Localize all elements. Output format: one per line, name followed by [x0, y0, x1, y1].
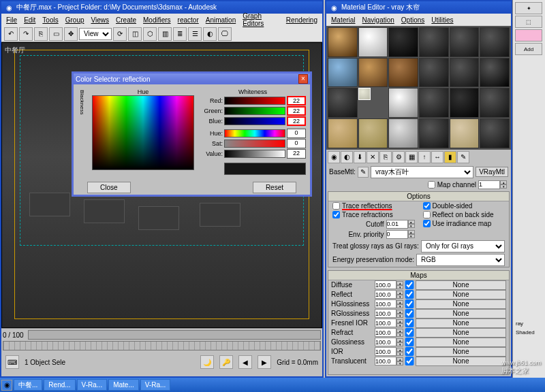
map-amount[interactable] [375, 357, 396, 365]
map-amount[interactable] [375, 328, 396, 337]
show-map-button[interactable]: ▦ [405, 151, 418, 163]
options-header[interactable]: Options [328, 192, 509, 201]
material-slot[interactable] [450, 58, 480, 88]
redo-button[interactable]: ↷ [19, 27, 33, 41]
hue-slider[interactable] [224, 129, 285, 137]
mirror-button[interactable]: ▥ [158, 27, 172, 41]
spin-down[interactable]: ▾ [396, 285, 403, 289]
material-slot[interactable] [450, 88, 480, 118]
create-tab[interactable]: ✦ [515, 2, 542, 14]
map-amount[interactable] [375, 318, 396, 327]
material-slot[interactable] [419, 58, 449, 88]
sat-value[interactable]: 0 [287, 139, 306, 148]
next-key-button[interactable]: ▶ [258, 355, 271, 369]
taskbar-item[interactable]: V-Ra... [140, 379, 171, 391]
options-button[interactable]: ⚙ [392, 151, 405, 163]
material-slot[interactable] [450, 27, 480, 57]
material-slot[interactable] [388, 27, 418, 57]
hue-gradient[interactable] [92, 95, 194, 170]
map-amount[interactable] [375, 299, 396, 308]
menu-group[interactable]: Group [62, 16, 88, 24]
menu-reactor[interactable]: reactor [174, 16, 202, 24]
map-enable-checkbox[interactable] [405, 328, 414, 337]
map-amount[interactable] [375, 290, 396, 299]
time-slider[interactable] [28, 330, 321, 340]
material-slot[interactable] [480, 88, 510, 118]
menu-navigation[interactable]: Navigation [359, 16, 398, 24]
get-material-button[interactable]: ◉ [328, 151, 340, 163]
map-amount[interactable] [375, 347, 396, 356]
menu-animation[interactable]: Animation [202, 16, 239, 24]
material-slot[interactable] [419, 88, 449, 118]
scale-button[interactable]: ◫ [128, 27, 142, 41]
ref-coord-dropdown[interactable]: View [79, 28, 112, 40]
map-button[interactable]: None [416, 280, 506, 290]
map-button[interactable]: None [416, 318, 506, 328]
rotate-button[interactable]: ⟳ [113, 27, 127, 41]
close-button[interactable]: Close [87, 182, 131, 193]
map-enable-checkbox[interactable] [405, 309, 414, 318]
material-button[interactable]: ◐ [203, 27, 217, 41]
layer-button[interactable]: ☰ [188, 27, 202, 41]
material-slot[interactable] [328, 27, 358, 57]
material-slot[interactable] [388, 118, 418, 148]
undo-button[interactable]: ↶ [4, 27, 18, 41]
spin-down[interactable]: ▾ [408, 224, 415, 228]
spin-down[interactable]: ▾ [396, 361, 403, 365]
menu-edit[interactable]: Edit [20, 16, 39, 24]
reflect-back-checkbox[interactable] [423, 211, 431, 218]
map-enable-checkbox[interactable] [405, 280, 414, 289]
align-button[interactable]: ≣ [173, 27, 187, 41]
material-slot[interactable] [358, 118, 388, 148]
material-slot[interactable] [419, 27, 449, 57]
material-slot[interactable] [388, 88, 418, 118]
taskbar-item[interactable]: V-Ra... [77, 379, 108, 391]
mapchannel-checkbox[interactable] [428, 181, 435, 189]
cutoff-value[interactable] [386, 220, 408, 229]
spin-down[interactable]: ▾ [396, 352, 403, 356]
spin-down[interactable]: ▾ [500, 184, 507, 189]
color-selector-titlebar[interactable]: Color Selector: reflection × [74, 74, 310, 84]
map-amount[interactable] [375, 338, 396, 346]
material-slot[interactable] [480, 27, 510, 57]
select-by-material-button[interactable]: ▮ [444, 151, 456, 163]
map-button[interactable]: None [416, 299, 506, 309]
energy-dropdown[interactable]: RGB [416, 254, 505, 266]
material-slot[interactable] [388, 58, 418, 88]
spin-down[interactable]: ▾ [396, 304, 403, 308]
hue-value[interactable]: 0 [287, 129, 306, 138]
map-button[interactable]: None [416, 328, 506, 338]
taskbar-item[interactable]: Mate... [108, 379, 139, 391]
spin-down[interactable]: ▾ [396, 314, 403, 318]
add-button[interactable]: Add [515, 43, 542, 55]
sat-slider[interactable] [224, 140, 285, 148]
maxscript-button[interactable]: ⌨ [5, 355, 19, 369]
taskbar-item[interactable]: Rend... [44, 379, 75, 391]
map-enable-checkbox[interactable] [405, 338, 414, 346]
put-material-button[interactable]: ◐ [341, 151, 353, 163]
assign-button[interactable]: ⬇ [354, 151, 366, 163]
map-enable-checkbox[interactable] [405, 318, 414, 327]
material-slot[interactable] [419, 118, 449, 148]
material-slot[interactable] [328, 118, 358, 148]
red-slider[interactable] [224, 97, 285, 105]
map-amount[interactable] [375, 280, 396, 289]
material-slot[interactable] [358, 58, 388, 88]
reset-button[interactable]: ✕ [367, 151, 379, 163]
snap-button[interactable]: ⬡ [143, 27, 157, 41]
sibling-button[interactable]: ↔ [431, 151, 443, 163]
double-sided-checkbox[interactable] [423, 202, 431, 210]
close-icon[interactable]: × [298, 74, 308, 84]
reset-button[interactable]: Reset [253, 182, 296, 193]
material-slot[interactable] [358, 27, 388, 57]
map-button[interactable]: None [416, 338, 506, 347]
map-button[interactable]: None [416, 347, 506, 357]
menu-file[interactable]: File [3, 16, 20, 24]
menu-modifiers[interactable]: Modifiers [140, 16, 174, 24]
material-slot[interactable] [328, 88, 358, 118]
start-button[interactable]: ◉ [1, 380, 12, 391]
material-slot[interactable] [450, 118, 480, 148]
map-enable-checkbox[interactable] [405, 299, 414, 308]
material-slot[interactable] [480, 58, 510, 88]
copy-button[interactable]: ⎘ [379, 151, 392, 163]
